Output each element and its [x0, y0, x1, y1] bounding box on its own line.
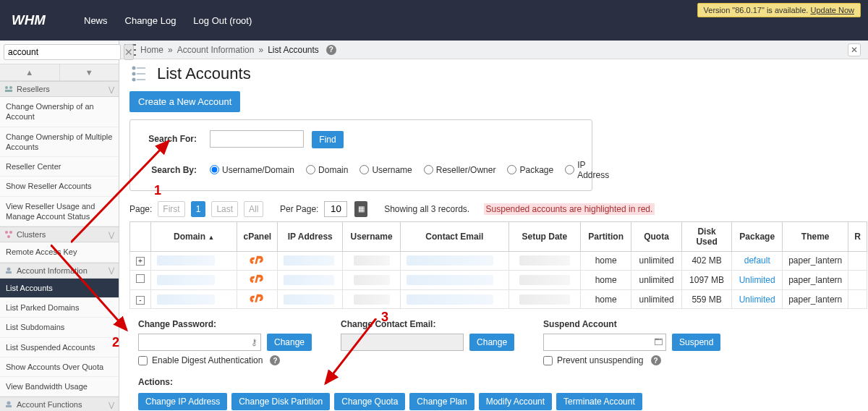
svg-point-5 — [9, 231, 12, 234]
sidebar-item[interactable]: Show Accounts Over Quota — [0, 357, 119, 377]
suspend-button[interactable]: Suspend — [672, 334, 720, 351]
page-first[interactable]: First — [158, 201, 184, 217]
cpanel-icon[interactable] — [250, 293, 265, 305]
cell-disk: 559 MB — [681, 289, 731, 309]
showing-text: Showing all 3 records. — [384, 204, 469, 214]
sidebar-item[interactable]: Remote Access Key — [0, 242, 119, 262]
th-email[interactable]: Contact Email — [401, 221, 509, 251]
sidebar-item[interactable]: Change Ownership of an Account — [0, 97, 119, 127]
sidebar-item-list-accounts[interactable]: List Accounts — [0, 279, 119, 298]
update-text: Version "86.0.17" is available. — [704, 6, 811, 14]
th-r[interactable]: R — [848, 221, 867, 251]
cpanel-icon[interactable] — [250, 274, 265, 285]
radio-reseller-owner[interactable]: Reseller/Owner — [424, 165, 496, 175]
sidebar-item[interactable]: List Suspended Accounts — [0, 338, 119, 357]
th-domain[interactable]: Domain ▲ — [151, 221, 237, 251]
help-icon[interactable]: ? — [651, 355, 661, 365]
radio-ip-address[interactable]: IP Address — [565, 160, 609, 180]
package-link[interactable]: Unlimited — [739, 295, 775, 305]
th-theme[interactable]: Theme — [783, 221, 848, 251]
action-change-quota[interactable]: Change Quota — [334, 393, 405, 410]
radio-domain[interactable]: Domain — [306, 165, 348, 175]
svg-point-7 — [7, 267, 11, 271]
expand-toggle[interactable]: + — [136, 257, 145, 266]
account-functions-icon — [4, 400, 13, 409]
expand-toggle[interactable]: - — [136, 296, 145, 305]
search-panel: Search For: Find Search By: Username/Dom… — [129, 119, 592, 191]
radio-package[interactable]: Package — [507, 165, 553, 175]
action-terminate-account[interactable]: Terminate Account — [556, 393, 642, 410]
radio-username[interactable]: Username — [359, 165, 412, 175]
sidebar-up-icon[interactable]: ▲ — [0, 64, 60, 80]
help-icon[interactable]: ? — [270, 355, 280, 365]
sidebar-item[interactable]: List Subdomains — [0, 318, 119, 337]
suspend-input[interactable] — [543, 334, 666, 351]
category-account-information[interactable]: Account Information ⋁ — [0, 263, 119, 279]
help-icon[interactable]: ? — [326, 45, 336, 55]
sidebar: ✕ ▲ ▼ Resellers ⋁ Change Ownership of an… — [0, 41, 119, 411]
change-password-input[interactable] — [138, 334, 261, 351]
key-icon: ⚷ — [251, 337, 258, 347]
action-change-plan[interactable]: Change Plan — [409, 393, 474, 410]
page-1[interactable]: 1 — [191, 201, 206, 217]
radio-username-domain[interactable]: Username/Domain — [210, 165, 294, 175]
th-quota[interactable]: Quota — [631, 221, 682, 251]
table-row: +homeunlimited402 MBdefaultpaper_lantern — [130, 251, 867, 271]
sidebar-item[interactable]: List Parked Domains — [0, 298, 119, 318]
change-password-button[interactable]: Change — [267, 334, 312, 351]
package-link[interactable]: default — [744, 255, 770, 266]
enable-digest-checkbox[interactable]: Enable Digest Authentication ? — [138, 355, 312, 365]
package-link[interactable]: Unlimited — [739, 275, 775, 285]
crumb-home[interactable]: Home — [140, 45, 163, 55]
search-by-radios: Username/Domain Domain Username Reseller… — [210, 160, 609, 180]
category-resellers[interactable]: Resellers ⋁ — [0, 81, 119, 97]
th-setup[interactable]: Setup Date — [509, 221, 581, 251]
action-modify-account[interactable]: Modify Account — [479, 393, 552, 410]
sidebar-item[interactable]: View Reseller Usage and Manage Account S… — [0, 197, 119, 227]
nav-changelog[interactable]: Change Log — [125, 15, 176, 26]
th-ip[interactable]: IP Address — [278, 221, 343, 251]
sidebar-item[interactable]: Change Ownership of Multiple Accounts — [0, 127, 119, 158]
sidebar-item[interactable]: Reseller Center — [0, 157, 119, 177]
perpage-input[interactable] — [324, 201, 347, 217]
th-cpanel[interactable]: cPanel — [237, 221, 278, 251]
th-partition[interactable]: Partition — [581, 221, 631, 251]
page-last[interactable]: Last — [211, 201, 238, 217]
change-email-input[interactable] — [341, 334, 464, 351]
th-username[interactable]: Username — [343, 221, 401, 251]
category-account-functions[interactable]: Account Functions ⋁ — [0, 397, 119, 411]
th-package[interactable]: Package — [732, 221, 783, 251]
sidebar-item[interactable]: Show Reseller Accounts — [0, 177, 119, 196]
category-clusters[interactable]: Clusters ⋁ — [0, 226, 119, 242]
pager-row: Page: First 1 Last All Per Page: ▦ Showi… — [129, 201, 858, 217]
svg-point-6 — [7, 235, 10, 238]
perpage-selector-icon[interactable]: ▦ — [354, 201, 367, 217]
search-for-input[interactable] — [210, 130, 304, 148]
cpanel-icon[interactable] — [250, 255, 265, 266]
cell-partition: home — [581, 271, 631, 290]
find-button[interactable]: Find — [312, 131, 343, 148]
sidebar-item[interactable]: View Bandwidth Usage — [0, 377, 119, 397]
sidebar-down-icon[interactable]: ▼ — [60, 64, 119, 80]
nav-logout[interactable]: Log Out (root) — [193, 15, 252, 26]
svg-rect-10 — [6, 405, 12, 407]
crumb-section[interactable]: Account Information — [177, 45, 255, 55]
prevent-unsuspending-checkbox[interactable]: Prevent unsuspending ? — [543, 355, 720, 365]
svg-point-11 — [132, 67, 136, 70]
sidebar-search-input[interactable] — [4, 44, 121, 60]
nav-news[interactable]: News — [84, 15, 108, 26]
change-email-label: Change Contact Email: — [341, 319, 514, 329]
action-change-disk-partition[interactable]: Change Disk Partition — [231, 393, 330, 410]
cell-theme: paper_lantern — [783, 289, 848, 309]
create-account-button[interactable]: Create a New Account — [129, 91, 240, 112]
close-icon[interactable]: ✕ — [848, 43, 861, 56]
expand-toggle[interactable] — [136, 274, 145, 283]
actions-row: Actions: Change IP AddressChange Disk Pa… — [129, 373, 858, 411]
change-email-button[interactable]: Change — [469, 334, 514, 351]
th-disk[interactable]: Disk Used — [681, 221, 731, 251]
action-change-ip-address[interactable]: Change IP Address — [138, 393, 227, 410]
search-by-label: Search By: — [145, 165, 210, 175]
update-link[interactable]: Update Now — [810, 6, 854, 14]
sidebar-clear-icon[interactable]: ✕ — [124, 44, 134, 60]
page-all[interactable]: All — [244, 201, 263, 217]
